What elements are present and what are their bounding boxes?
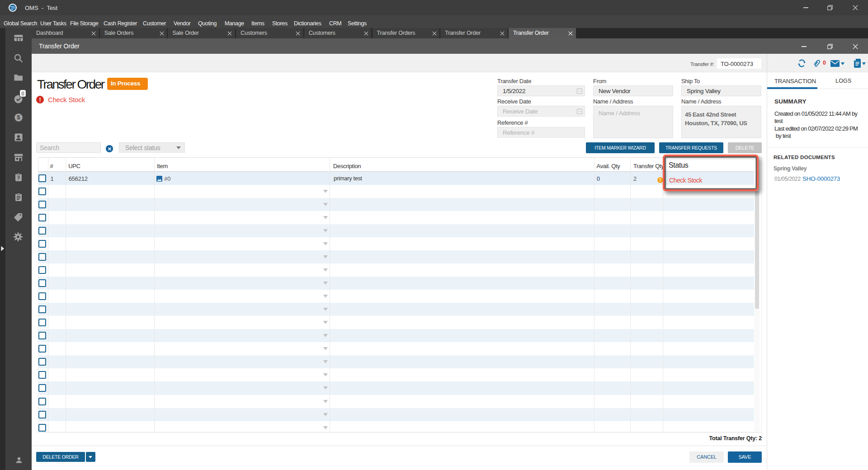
svg-text:$: $	[17, 114, 20, 121]
svg-text:?: ?	[17, 175, 19, 181]
